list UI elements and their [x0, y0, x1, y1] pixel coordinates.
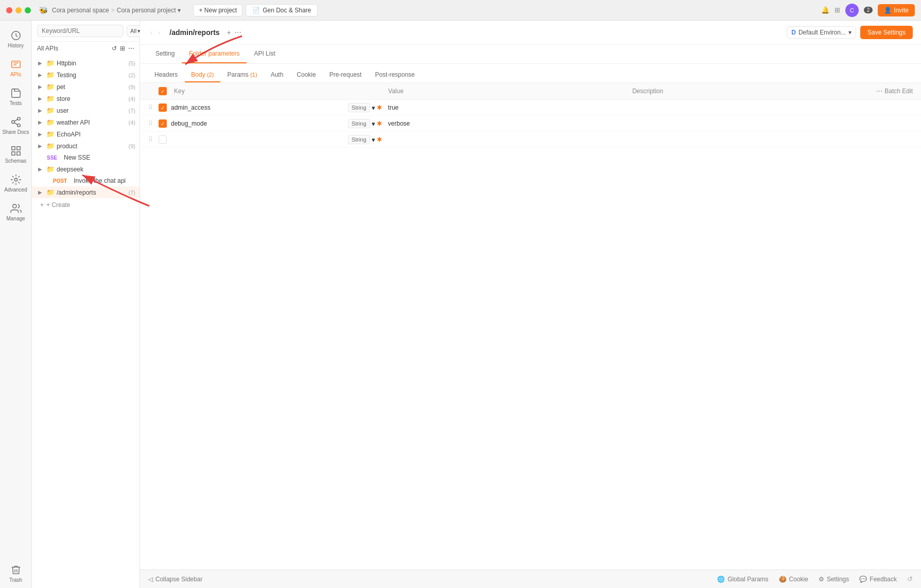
settings-button[interactable]: ⚙ Settings: [819, 576, 849, 583]
key-column-header: Key: [174, 88, 337, 95]
chevron-down-icon: ▾: [848, 29, 852, 36]
tab-body[interactable]: Body (2): [185, 68, 220, 82]
tree-item-pet[interactable]: ▶ 📁 pet (9): [32, 81, 140, 93]
key-cell-1[interactable]: admin_access: [167, 104, 346, 111]
tree-item-invoke-chat[interactable]: POST Invoke the chat api: [32, 175, 140, 186]
tree-item-admin-reports[interactable]: ▶ 📁 /admin/reports (7): [32, 186, 140, 198]
sync-icon[interactable]: ↺: [907, 575, 913, 583]
search-input[interactable]: [37, 25, 124, 37]
add-tab-icon[interactable]: +: [227, 28, 231, 37]
history-icon: [10, 30, 22, 41]
collapse-sidebar-button[interactable]: ◁ Collapse Sidebar: [148, 576, 202, 583]
tab-auth[interactable]: Auth: [265, 68, 290, 82]
key-cell-2[interactable]: debug_mode: [167, 120, 346, 127]
drag-handle[interactable]: ⠿: [148, 104, 159, 111]
forward-arrow[interactable]: ›: [156, 27, 163, 38]
save-settings-button[interactable]: Save Settings: [860, 26, 913, 39]
sidebar-item-apis[interactable]: APIs: [0, 55, 31, 81]
tree-item-httpbin[interactable]: ▶ 📁 Httpbin (5): [32, 57, 140, 69]
refresh-icon[interactable]: ↺: [112, 45, 117, 52]
drag-handle[interactable]: ⠿: [148, 136, 159, 143]
close-button[interactable]: [6, 7, 12, 13]
tab-api-list[interactable]: API List: [247, 45, 282, 63]
table-row: ⠿ ✓ debug_mode String ▾ ✱ verbose: [140, 116, 921, 132]
sidebar-item-manage[interactable]: Manage: [0, 199, 31, 226]
table-header: ✓ Key Value Description ⋯ Batch Edit: [140, 83, 921, 100]
tree-item-echo-api[interactable]: ▶ 📁 EchoAPI: [32, 128, 140, 140]
invite-button[interactable]: 👤 Invite: [878, 4, 915, 16]
tree-item-deepseek[interactable]: ▶ 📁 deepseek: [32, 163, 140, 175]
gen-doc-tab[interactable]: 📄 Gen Doc & Share: [246, 4, 318, 16]
sidebar-item-trash[interactable]: Trash: [0, 560, 31, 587]
tree-item-store[interactable]: ▶ 📁 store (4): [32, 93, 140, 105]
batch-icon: ⋯: [876, 88, 882, 95]
cookie-icon: 🍪: [779, 576, 787, 583]
type-cell-2: String ▾ ✱: [346, 119, 384, 128]
tab-setting[interactable]: Setting: [148, 45, 182, 63]
svg-rect-1: [11, 61, 20, 68]
folder-icon: 📁: [46, 95, 55, 102]
type-badge-3[interactable]: String: [348, 135, 370, 144]
maximize-button[interactable]: [25, 7, 31, 13]
back-arrow[interactable]: ‹: [148, 27, 155, 38]
sidebar-item-tests[interactable]: Tests: [0, 83, 31, 110]
tab-post-response[interactable]: Post-response: [369, 68, 421, 82]
params-badge: (1): [250, 72, 257, 78]
tree-item-new-sse[interactable]: SSE New SSE: [32, 152, 140, 163]
type-badge-1[interactable]: String: [348, 103, 370, 112]
breadcrumb-project[interactable]: Cora personal project ▾: [117, 7, 181, 14]
feedback-button[interactable]: 💬 Feedback: [859, 576, 897, 583]
row-checkbox-3[interactable]: [159, 135, 167, 144]
tab-pre-request[interactable]: Pre-request: [323, 68, 368, 82]
row-checkbox-1[interactable]: ✓: [159, 103, 167, 112]
sidebar-item-advanced[interactable]: Advanced: [0, 170, 31, 197]
header-right: D Default Environ... ▾ Save Settings: [787, 26, 913, 39]
more-options-icon[interactable]: ⋯: [234, 28, 241, 37]
new-project-button[interactable]: + New project: [193, 4, 242, 16]
tree-item-testing[interactable]: ▶ 📁 Testing (2): [32, 69, 140, 81]
feedback-icon: 💬: [859, 576, 867, 583]
svg-point-14: [12, 204, 16, 208]
notification-icon[interactable]: 🔔: [821, 6, 829, 14]
row-checkbox-2[interactable]: ✓: [159, 119, 167, 128]
layout-icon[interactable]: ⊞: [835, 6, 840, 14]
toolbar-icons: ↺ ⊞ ⋯: [112, 45, 134, 52]
more-icon[interactable]: ⋯: [128, 45, 134, 52]
minimize-button[interactable]: [15, 7, 22, 13]
select-all-checkbox[interactable]: ✓: [159, 87, 167, 95]
env-selector[interactable]: D Default Environ... ▾: [787, 26, 856, 39]
global-params-button[interactable]: 🌐 Global Params: [717, 576, 768, 583]
desc-column-header: Description: [632, 88, 876, 95]
env-label: Default Environ...: [798, 29, 846, 36]
expand-icon: ▶: [38, 60, 44, 66]
value-cell-1[interactable]: true: [384, 104, 649, 111]
content-area: ‹ › /admin/reports + ⋯ D Default Environ…: [140, 21, 921, 588]
tab-headers[interactable]: Headers: [148, 68, 184, 82]
expand-icon: ▶: [38, 143, 44, 149]
value-cell-2[interactable]: verbose: [384, 120, 649, 127]
type-badge-2[interactable]: String: [348, 119, 370, 128]
tab-folder-parameters[interactable]: Folder parameters: [182, 45, 247, 63]
batch-edit-button[interactable]: ⋯ Batch Edit: [876, 88, 913, 95]
chevron-icon: ▾: [372, 120, 375, 128]
icon-sidebar: History APIs Tests Share Docs Schemas Ad…: [0, 21, 32, 588]
tree-item-user[interactable]: ▶ 📁 user (7): [32, 105, 140, 116]
value-column-header: Value: [388, 88, 632, 95]
create-button[interactable]: + + Create: [32, 198, 140, 212]
folder-icon: 📁: [46, 130, 55, 138]
folder-icon: 📁: [46, 107, 55, 114]
tree-item-weather-api[interactable]: ▶ 📁 weather API (4): [32, 116, 140, 128]
avatar[interactable]: C: [845, 4, 859, 17]
main-layout: History APIs Tests Share Docs Schemas Ad…: [0, 21, 921, 588]
cookie-button[interactable]: 🍪 Cookie: [779, 576, 808, 583]
api-tree: ▶ 📁 Httpbin (5) ▶ 📁 Testing (2) ▶ 📁 pet …: [32, 55, 140, 588]
drag-handle[interactable]: ⠿: [148, 120, 159, 127]
tab-cookie[interactable]: Cookie: [290, 68, 322, 82]
tab-params[interactable]: Params (1): [221, 68, 264, 82]
sidebar-item-share-docs[interactable]: Share Docs: [0, 112, 31, 139]
expand-all-icon[interactable]: ⊞: [120, 45, 125, 52]
sidebar-item-schemas[interactable]: Schemas: [0, 141, 31, 168]
check-header: ✓: [159, 87, 174, 95]
sidebar-item-history[interactable]: History: [0, 26, 31, 53]
tree-item-product[interactable]: ▶ 📁 product (9): [32, 140, 140, 152]
